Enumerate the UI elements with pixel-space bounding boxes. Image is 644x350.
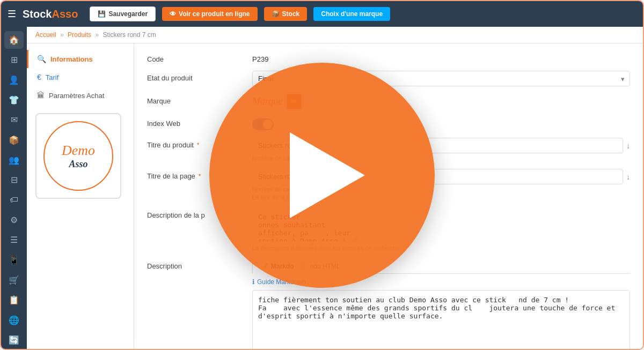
sidebar-tag-icon[interactable]: 🏷	[4, 191, 24, 209]
index-web-label: Index Web	[147, 116, 244, 128]
sidebar-mobile-icon[interactable]: 📱	[4, 251, 24, 269]
titre-produit-arrow-icon[interactable]: ↓	[626, 142, 630, 150]
sidebar-home-icon[interactable]: 🏠	[4, 31, 24, 49]
titre-page-label: Titre de la page *	[147, 169, 244, 180]
field-desc-page: Description de la p Ce sticker onnes sou…	[147, 208, 630, 251]
titre-page-field: ↓	[252, 169, 630, 184]
breadcrumb-products[interactable]: Produits	[68, 31, 91, 39]
titre-page-arrow-icon[interactable]: ↓	[626, 173, 630, 181]
titre-page-hint2: Le titre de la pa	[252, 194, 630, 200]
field-code: Code P239	[147, 52, 630, 63]
desc-page-hint: La description d ètement dans les moteur…	[252, 245, 630, 251]
sidebar-people-icon[interactable]: 👥	[4, 151, 24, 169]
logo-demo-text: Demo	[62, 143, 95, 159]
guide-markdown-link[interactable]: ℹ Guide Markdown	[252, 278, 630, 286]
sidebar-globe-icon[interactable]: 🌐	[4, 311, 24, 329]
titre-produit-input[interactable]	[252, 138, 623, 153]
form-area: Code P239 Etat du produit Final Brouillo…	[134, 43, 643, 349]
stock-button[interactable]: 📦 Stock	[264, 7, 308, 21]
description-textarea[interactable]: fiche fièrement ton soutien au club Demo…	[252, 290, 630, 349]
menu-item-tarif[interactable]: € Tarif	[27, 68, 134, 86]
field-titre-page: Titre de la page * ↓ Nombre de ca Le tit…	[147, 169, 630, 200]
sidebar-user-icon[interactable]: 👤	[4, 71, 24, 89]
box-icon: 📦	[272, 10, 280, 18]
field-marque: Marque Marque ✏	[147, 94, 630, 109]
sidebar-package-icon[interactable]: 📦	[4, 131, 24, 149]
titre-page-hint1: Nombre de ca	[252, 186, 630, 192]
titre-page-input[interactable]	[252, 169, 623, 184]
breadcrumb-sep1: »	[60, 31, 65, 39]
code-value: P239	[252, 52, 630, 63]
main-layout: 🏠 ⊞ 👤 👕 ✉ 📦 👥 ⊟ 🏷 ⚙ ☰ 📱 🛒 📋 🌐 🔄 Accueil …	[1, 27, 643, 349]
required-marker: *	[197, 141, 200, 149]
app-logo: StockAsso	[23, 8, 78, 20]
sidebar-list-icon[interactable]: ☰	[4, 231, 24, 249]
sidebar: 🏠 ⊞ 👤 👕 ✉ 📦 👥 ⊟ 🏷 ⚙ ☰ 📱 🛒 📋 🌐 🔄	[1, 27, 27, 349]
sub-layout: 🔍 Informations € Tarif 🏛 Paramètres Acha…	[27, 43, 643, 349]
sidebar-grid2-icon[interactable]: ⊟	[4, 171, 24, 189]
breadcrumb: Accueil » Produits » Stickers rond 7 cm	[27, 27, 643, 43]
field-index-web: Index Web	[147, 116, 630, 130]
desc-page-label: Description de la p	[147, 208, 244, 219]
field-titre-produit: Titre du produit * ↓ Nombre de ca	[147, 138, 630, 161]
euro-icon: €	[37, 73, 41, 81]
logo-asso-text: Asso	[69, 159, 87, 170]
view-online-button[interactable]: 👁 Voir ce produit en ligne	[162, 7, 257, 21]
save-icon: 💾	[98, 10, 106, 18]
search-icon: 🔍	[37, 55, 46, 63]
brand-button[interactable]: Choix d'une marque	[313, 7, 390, 21]
menu-item-parametres[interactable]: 🏛 Paramètres Achat	[27, 86, 134, 105]
field-description: Description 📝 Markdo ndu HTML	[147, 259, 630, 349]
hamburger-icon[interactable]: ☰	[8, 8, 16, 20]
code-label: Code	[147, 52, 244, 63]
breadcrumb-current: Stickers rond 7 cm	[103, 31, 156, 39]
titre-produit-label: Titre du produit *	[147, 138, 244, 149]
description-label: Description	[147, 259, 244, 270]
bank-icon: 🏛	[37, 91, 45, 100]
sidebar-mail-icon[interactable]: ✉	[4, 111, 24, 129]
marque-text: Marque	[252, 96, 282, 107]
product-logo-box: Demo Asso	[35, 113, 121, 199]
content-area: Accueil » Produits » Stickers rond 7 cm …	[27, 27, 643, 349]
etat-select[interactable]: Final Brouillon Archivé	[252, 71, 630, 86]
sidebar-refresh-icon[interactable]: 🔄	[4, 331, 24, 349]
marque-label: Marque	[147, 94, 244, 105]
sidebar-clip-icon[interactable]: 📋	[4, 291, 24, 309]
sidebar-grid-icon[interactable]: ⊞	[4, 51, 24, 69]
titre-produit-hint: Nombre de ca	[252, 155, 630, 161]
tab-markdown[interactable]: 📝 Markdo	[252, 259, 302, 274]
save-button[interactable]: 💾 Sauvegarder	[90, 6, 156, 21]
breadcrumb-home[interactable]: Accueil	[35, 31, 56, 39]
sidebar-gear-icon[interactable]: ⚙	[4, 211, 24, 229]
product-logo-circle: Demo Asso	[43, 121, 113, 191]
index-web-toggle[interactable]	[252, 118, 274, 130]
description-tabs: 📝 Markdo ndu HTML	[252, 259, 630, 274]
desc-page-textarea[interactable]: Ce sticker onnes souhaitant afficher, pa…	[252, 208, 358, 242]
field-etat: Etat du produit Final Brouillon Archivé	[147, 71, 630, 86]
eye-icon: 👁	[170, 10, 176, 18]
etat-select-wrapper[interactable]: Final Brouillon Archivé	[252, 71, 630, 86]
tab-html[interactable]: ndu HTML	[302, 259, 348, 273]
required-marker2: *	[198, 172, 201, 180]
markdown-icon: 📝	[260, 263, 268, 270]
info-icon: ℹ	[252, 278, 255, 286]
marque-edit-button[interactable]: ✏	[287, 94, 302, 109]
sidebar-shirt-icon[interactable]: 👕	[4, 91, 24, 109]
sidebar-cart-icon[interactable]: 🛒	[4, 271, 24, 289]
left-menu: 🔍 Informations € Tarif 🏛 Paramètres Acha…	[27, 43, 134, 349]
etat-label: Etat du produit	[147, 71, 244, 82]
menu-item-informations[interactable]: 🔍 Informations	[27, 50, 134, 68]
marque-field: Marque ✏	[252, 94, 630, 109]
titre-produit-field: ↓	[252, 138, 630, 153]
breadcrumb-sep2: »	[95, 31, 100, 39]
top-header: ☰ StockAsso 💾 Sauvegarder 👁 Voir ce prod…	[1, 1, 643, 27]
